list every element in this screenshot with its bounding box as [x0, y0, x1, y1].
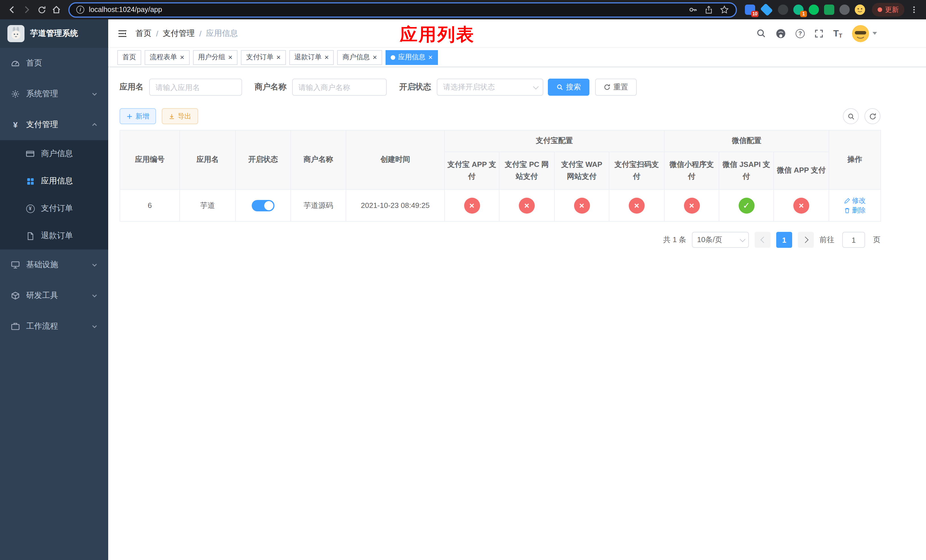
sidebar-item-infra[interactable]: 基础设施 — [0, 250, 108, 280]
tab-merchant-info[interactable]: 商户信息× — [337, 50, 382, 65]
col-header-status: 开启状态 — [236, 130, 291, 189]
font-size-button[interactable]: TT — [833, 28, 842, 38]
status-select[interactable]: 请选择开启状态 — [437, 79, 543, 96]
col-header-wechat-app: 微信 APP 支付 — [774, 152, 829, 189]
sidebar-menu: 首页 系统管理 ¥ 支付管理 — [0, 48, 108, 342]
app-table: 应用编号 应用名 开启状态 商户名称 创建时间 支付宝配置 微信配置 操作 支付… — [120, 130, 881, 222]
search-button[interactable]: 搜索 — [548, 79, 589, 96]
share-icon[interactable] — [705, 5, 713, 14]
delete-link-label: 删除 — [852, 205, 865, 215]
menu-label: 工作流程 — [26, 321, 85, 331]
rabbit-logo-icon — [9, 26, 23, 41]
edit-link[interactable]: 修改 — [844, 196, 865, 205]
credit-card-icon — [25, 149, 35, 158]
refresh-icon — [869, 112, 876, 120]
tab-close-icon[interactable]: × — [276, 53, 280, 61]
browser-back-button[interactable] — [5, 2, 20, 17]
status-toggle[interactable] — [252, 200, 274, 211]
status-disabled-icon: × — [574, 197, 590, 213]
pay-order-icon: ¥ — [25, 204, 35, 213]
menu-label: 系统管理 — [26, 89, 85, 99]
sidebar-item-merchant-info[interactable]: 商户信息 — [0, 140, 108, 168]
col-header-action: 操作 — [829, 130, 881, 189]
pagination-total: 共 1 条 — [663, 235, 686, 245]
extensions-puzzle-icon[interactable] — [840, 5, 850, 15]
tab-pay-order[interactable]: 支付订单× — [241, 50, 286, 65]
sidebar-item-payment[interactable]: ¥ 支付管理 — [0, 109, 108, 140]
goto-page-input[interactable] — [842, 232, 865, 248]
extension-icon-wechat[interactable] — [809, 5, 819, 15]
add-button[interactable]: 新增 — [120, 108, 156, 124]
browser-profile-avatar[interactable] — [855, 5, 865, 15]
tab-close-icon[interactable]: × — [428, 53, 433, 61]
edit-link-label: 修改 — [852, 196, 865, 205]
tab-app-info[interactable]: 应用信息× — [386, 50, 438, 65]
tab-close-icon[interactable]: × — [228, 53, 232, 61]
extension-icon-blue[interactable]: 10 — [745, 5, 755, 15]
tab-process-form[interactable]: 流程表单× — [145, 50, 189, 65]
breadcrumb-current: 应用信息 — [206, 28, 238, 38]
tab-close-icon[interactable]: × — [325, 53, 329, 61]
col-header-alipay-pc: 支付宝 PC 网站支付 — [499, 152, 554, 189]
gear-icon — [10, 89, 21, 98]
sidebar-item-workflow[interactable]: 工作流程 — [0, 311, 108, 342]
site-info-icon[interactable]: i — [76, 6, 84, 14]
help-button[interactable]: ? — [796, 29, 805, 38]
next-page-button[interactable] — [798, 232, 814, 248]
page-1-button[interactable]: 1 — [776, 232, 792, 248]
sidebar-item-system[interactable]: 系统管理 — [0, 79, 108, 109]
app-name-input[interactable] — [149, 79, 242, 96]
sidebar-item-devtools[interactable]: 研发工具 — [0, 280, 108, 311]
refresh-table-button[interactable] — [864, 108, 881, 124]
fullscreen-button[interactable] — [814, 29, 823, 38]
col-header-wechat-jsapi: 微信 JSAPI 支付 — [719, 152, 774, 189]
grid-icon — [25, 177, 35, 185]
sidebar-item-app-info[interactable]: 应用信息 — [0, 168, 108, 195]
extension-icon-diamond[interactable] — [760, 3, 773, 16]
merchant-name-input[interactable] — [292, 79, 387, 96]
cell-alipay-qr: × — [609, 189, 664, 221]
header-search-button[interactable] — [756, 29, 766, 38]
github-button[interactable] — [776, 28, 786, 38]
extension-badge: 10 — [751, 11, 758, 17]
tab-close-icon[interactable]: × — [180, 53, 184, 61]
chevron-down-icon — [91, 91, 98, 97]
breadcrumb-home[interactable]: 首页 — [136, 28, 151, 38]
prev-page-button[interactable] — [755, 232, 770, 248]
reset-button[interactable]: 重置 — [595, 79, 637, 96]
toggle-search-button[interactable] — [843, 108, 859, 124]
browser-refresh-button[interactable] — [34, 2, 49, 17]
address-bar[interactable]: i localhost:1024/pay/app — [68, 2, 737, 17]
browser-menu-button[interactable] — [906, 2, 921, 17]
password-key-icon[interactable] — [688, 5, 698, 14]
sidebar-item-home[interactable]: 首页 — [0, 48, 108, 79]
tab-refund-order[interactable]: 退款订单× — [289, 50, 334, 65]
extension-icon-green-square[interactable] — [824, 5, 834, 15]
cell-created: 2021-10-23 08:49:25 — [346, 189, 445, 221]
sidebar-item-pay-order[interactable]: ¥ 支付订单 — [0, 195, 108, 222]
col-group-alipay: 支付宝配置 — [445, 130, 664, 152]
sidebar-item-refund-order[interactable]: 退款订单 — [0, 222, 108, 250]
home-icon — [52, 5, 61, 14]
bookmark-star-icon[interactable] — [720, 5, 729, 14]
page-size-select[interactable]: 10条/页 — [692, 232, 749, 248]
sidebar: 芋道管理系统 首页 系统管理 — [0, 20, 108, 560]
tab-label: 用户分组 — [198, 52, 225, 62]
sidebar-toggle-button[interactable] — [117, 28, 127, 38]
extension-icon-dark[interactable] — [778, 5, 788, 15]
browser-update-button[interactable]: 更新 — [872, 3, 904, 17]
browser-forward-button[interactable] — [20, 2, 34, 17]
tab-user-group[interactable]: 用户分组× — [193, 50, 238, 65]
browser-home-button[interactable] — [49, 2, 64, 17]
export-button[interactable]: 导出 — [162, 108, 198, 124]
tab-home[interactable]: 首页 — [117, 50, 141, 65]
logo-avatar — [8, 25, 24, 42]
user-menu[interactable] — [852, 25, 877, 42]
extension-icon-green-badge[interactable]: 1 — [793, 5, 803, 15]
tab-close-icon[interactable]: × — [373, 53, 377, 61]
cell-wechat-jsapi: ✓ — [719, 189, 774, 221]
extensions-area: 10 1 — [745, 5, 865, 15]
tab-label: 首页 — [123, 52, 136, 62]
delete-link[interactable]: 删除 — [844, 205, 865, 215]
page-annotation: 应用列表 — [400, 23, 475, 47]
